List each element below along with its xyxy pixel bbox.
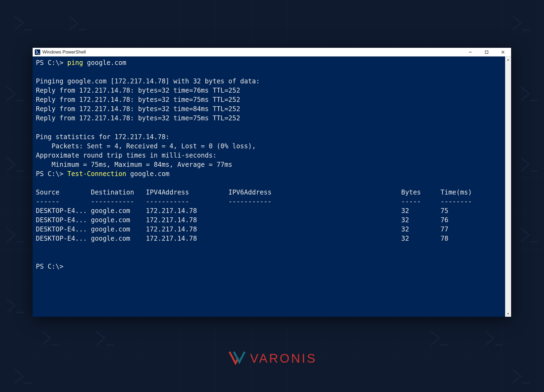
scrollbar[interactable]: ▴ ▾ [505,57,511,317]
scroll-up-arrow[interactable]: ▴ [505,57,511,62]
powershell-icon [35,49,40,55]
window-title: Windows PowerShell [42,49,86,55]
maximize-button[interactable] [478,48,495,56]
scroll-down-arrow[interactable]: ▾ [505,311,511,317]
terminal-body[interactable]: PS C:\> ping google.com Pinging google.c… [33,57,511,317]
close-button[interactable] [495,48,511,56]
svg-rect-1 [485,51,488,54]
powershell-window: Windows PowerShell PS C:\> ping google.c… [33,48,511,317]
window-controls [462,48,511,56]
scroll-track[interactable] [505,62,511,311]
varonis-logo-text: VARONIS [250,351,317,366]
titlebar[interactable]: Windows PowerShell [33,48,511,57]
varonis-logo: VARONIS [227,350,317,366]
maximize-icon [485,50,489,54]
varonis-mark-icon [227,350,246,366]
minimize-button[interactable] [462,48,478,56]
close-icon [501,50,505,54]
minimize-icon [468,50,472,54]
